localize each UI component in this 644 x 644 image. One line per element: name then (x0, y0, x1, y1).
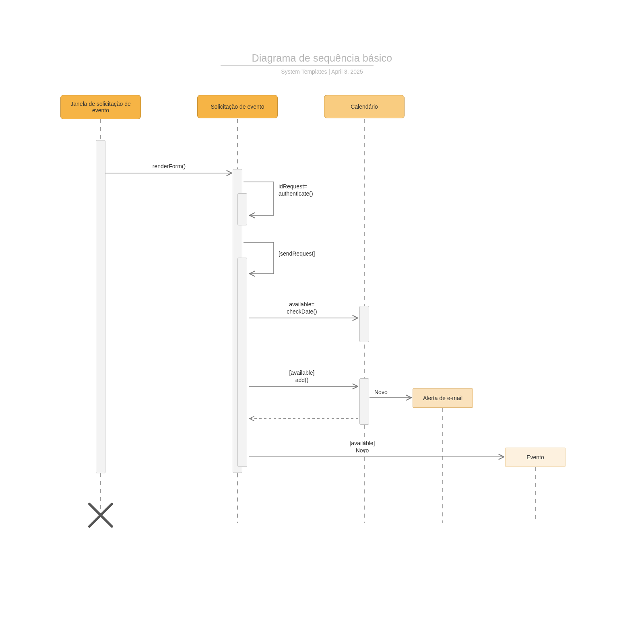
activation-request-auth (237, 193, 247, 225)
label-renderform: renderForm() (121, 163, 217, 170)
diagram-canvas: Diagrama de sequência básico System Temp… (0, 0, 644, 644)
activation-window (96, 140, 105, 473)
activation-calendar-check (359, 306, 369, 342)
label-checkdate: available= checkDate() (266, 301, 338, 315)
label-add: [available] add() (266, 369, 338, 384)
arrow-sendrequest (244, 242, 274, 274)
label-available-novo: [available] Novo (326, 440, 398, 454)
label-sendrequest: [sendRequest] (279, 250, 331, 258)
arrow-authenticate (244, 182, 274, 215)
activation-request-send (237, 258, 247, 467)
activation-calendar-add (359, 378, 369, 425)
label-authenticate: idRequest= authenticate() (279, 183, 331, 197)
label-novo: Novo (374, 389, 407, 396)
